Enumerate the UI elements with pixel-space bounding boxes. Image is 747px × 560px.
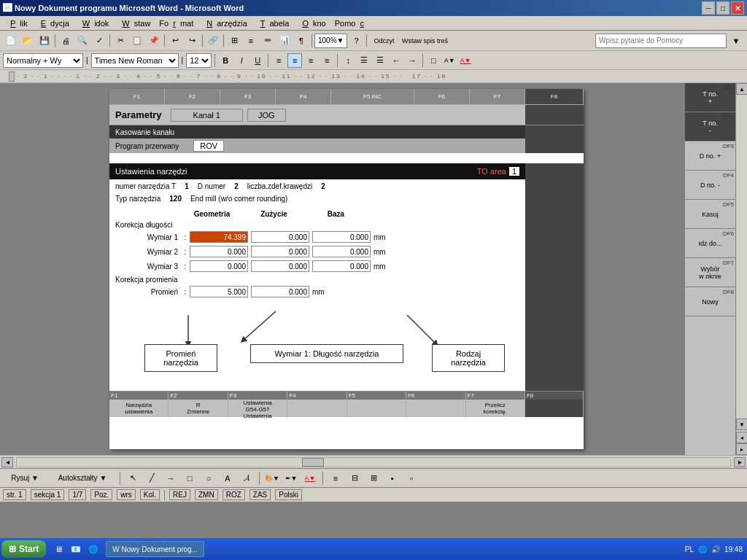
new-button[interactable]: 📄 [3, 33, 19, 49]
columns-button[interactable]: ≡ [243, 33, 259, 49]
start-button[interactable]: ⊞ Start [1, 540, 46, 558]
undo-button[interactable]: ↩ [167, 33, 183, 49]
promien-geometry[interactable]: 5.000 [190, 286, 248, 298]
fnkey-f4[interactable]: F4 [276, 89, 331, 104]
bottom-fn-5[interactable]: F5 [347, 392, 406, 417]
draw-autoksztalty[interactable]: Autokształty ▼ [50, 470, 115, 486]
draw-wordart[interactable]: 𝓐 [239, 470, 255, 486]
fnkey-f5-inc[interactable]: F5 INC [331, 89, 414, 104]
line-spacing-button[interactable]: ↕ [341, 53, 355, 68]
bottom-fn-1[interactable]: F1 Narzędziaustawienia [109, 392, 169, 417]
bottom-fn-7[interactable]: F7 Przeliczkorekcię. [466, 392, 525, 417]
sidebar-btn-nowy[interactable]: DF8 Nowy [685, 287, 735, 316]
draw-align[interactable]: ≡ [328, 470, 344, 486]
numbering-button[interactable]: ☰ [373, 53, 387, 68]
decrease-indent-button[interactable]: ← [389, 53, 403, 68]
draw-ellipse[interactable]: ○ [201, 470, 217, 486]
fnkey-f7[interactable]: F7 [470, 89, 525, 104]
draw-front[interactable]: ▪ [384, 470, 400, 486]
quicklaunch-2[interactable]: 📧 [68, 541, 84, 557]
promien-usage[interactable]: 0.000 [251, 286, 309, 298]
align-left-button[interactable]: ≡ [271, 53, 286, 68]
sidebar-btn-dno-plus[interactable]: DF3 D no. + [685, 141, 735, 171]
font-select[interactable]: Times New Roman [91, 53, 179, 68]
spell-button[interactable]: ✓ [91, 33, 107, 49]
save-button[interactable]: 💾 [36, 33, 53, 49]
fnkey-f6[interactable]: F6 [414, 89, 470, 104]
menu-plik[interactable]: Plik [1, 18, 32, 29]
draw-cursor[interactable]: ↖ [125, 470, 141, 486]
read-button[interactable]: Odczyt [369, 33, 398, 49]
menu-narzedzia[interactable]: Narzędzia [198, 18, 252, 29]
menu-format[interactable]: Format [155, 18, 198, 29]
h-scroll-right[interactable]: ▸ [734, 457, 746, 467]
draw-back[interactable]: ▫ [403, 470, 419, 486]
help-search-input[interactable] [595, 34, 727, 48]
right-scrollbar[interactable]: ▲ ▼ ◂ ▸ [735, 83, 747, 455]
draw-rect[interactable]: □ [182, 470, 198, 486]
sidebar-btn-wybor[interactable]: DF7 Wybórw oknie [685, 258, 735, 287]
wymiar3-usage[interactable]: 0.000 [251, 260, 309, 272]
wymiar2-base[interactable]: 0.000 [312, 246, 371, 257]
draw-arrow[interactable]: → [163, 470, 179, 486]
table-button[interactable]: ⊞ [226, 33, 242, 49]
bottom-fn-3[interactable]: F3 UstawieniaG54-G57Ustawienia [228, 392, 287, 417]
scroll-down-button[interactable]: ▼ [736, 419, 747, 430]
wymiar2-geometry[interactable]: 0.000 [190, 246, 248, 257]
help-search-button[interactable]: ▼ [728, 33, 744, 49]
fnkey-f2[interactable]: F2 [165, 89, 220, 104]
toc-button[interactable]: Wstaw spis treś [399, 33, 450, 49]
size-select[interactable]: 12 [186, 53, 212, 68]
bottom-fn-6[interactable]: F6 [406, 392, 465, 417]
menu-edycja[interactable]: Edycja [32, 18, 74, 29]
bullets-button[interactable]: ☰ [357, 53, 371, 68]
wymiar1-base[interactable]: 0.000 [312, 231, 371, 243]
draw-group[interactable]: ⊞ [365, 470, 382, 486]
sidebar-btn-dno-minus[interactable]: DF4 D no. - [685, 171, 735, 200]
bottom-fn-4[interactable]: F4 [287, 392, 347, 417]
h-scroll-track[interactable] [16, 457, 731, 467]
bottom-fn-8-dark[interactable]: F8 [525, 392, 584, 417]
scroll-up-button[interactable]: ▲ [736, 83, 747, 95]
draw-line[interactable]: ╱ [144, 470, 160, 486]
scroll-track[interactable] [736, 95, 747, 419]
drawing-button[interactable]: ✏ [260, 33, 276, 49]
draw-fill[interactable]: 🎨▼ [264, 470, 280, 486]
wymiar2-usage[interactable]: 0.000 [251, 246, 309, 257]
cut-button[interactable]: ✂ [112, 33, 128, 49]
bold-button[interactable]: B [218, 53, 233, 68]
quicklaunch-1[interactable]: 🖥 [50, 541, 66, 557]
sidebar-btn-tno-plus[interactable]: DF1 T no.+ [685, 83, 735, 112]
copy-button[interactable]: 📋 [129, 33, 145, 49]
increase-indent-button[interactable]: → [405, 53, 419, 68]
bottom-fn-1b[interactable]: F2 RZmienne [169, 392, 228, 417]
menu-pomoc[interactable]: Pomoc [330, 18, 373, 29]
highlight-button[interactable]: A▼ [442, 53, 457, 68]
menu-wstaw[interactable]: Wstaw [113, 18, 155, 29]
wymiar1-geometry[interactable]: 74.399 [190, 231, 248, 243]
fnkey-f1[interactable]: F1 [109, 89, 165, 104]
fnkey-f3[interactable]: F3 [220, 89, 276, 104]
minimize-button[interactable]: ─ [702, 1, 715, 15]
h-scroll-left[interactable]: ◂ [1, 457, 13, 467]
redo-button[interactable]: ↪ [184, 33, 200, 49]
align-center-button[interactable]: ≡ [287, 53, 302, 68]
menu-okno[interactable]: Okno [293, 18, 330, 29]
menu-widok[interactable]: Widok [74, 18, 114, 29]
border-button[interactable]: □ [426, 53, 441, 68]
wymiar1-usage[interactable]: 0.000 [251, 231, 309, 243]
paste-button[interactable]: 📌 [146, 33, 162, 49]
draw-distribute[interactable]: ⊟ [347, 470, 363, 486]
taskbar-word[interactable]: W Nowy Dokument prog... [106, 541, 204, 557]
print-button[interactable]: 🖨 [58, 33, 74, 49]
draw-rysuj[interactable]: Rysuj ▼ [3, 470, 47, 486]
hyperlink-button[interactable]: 🔗 [205, 33, 221, 49]
wymiar3-base[interactable]: 0.000 [312, 260, 371, 272]
draw-textbox[interactable]: A [220, 470, 236, 486]
wymiar3-geometry[interactable]: 0.000 [190, 260, 248, 272]
close-button[interactable]: ✕ [731, 1, 744, 15]
justify-button[interactable]: ≡ [320, 53, 334, 68]
scroll-next-button[interactable]: ▸ [736, 443, 747, 455]
sidebar-btn-kasuj[interactable]: DF5 Kasuj [685, 200, 735, 229]
italic-button[interactable]: I [234, 53, 249, 68]
